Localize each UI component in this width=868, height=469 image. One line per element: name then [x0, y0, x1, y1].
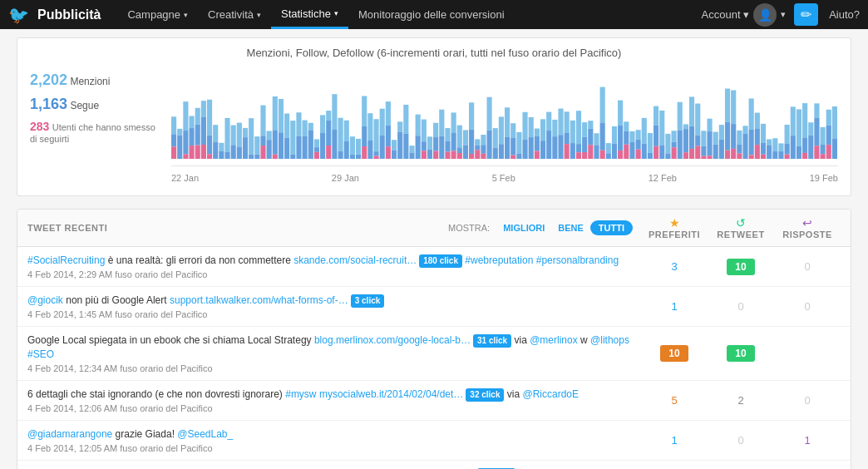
svg-rect-134 — [505, 137, 510, 159]
svg-rect-202 — [672, 147, 677, 159]
svg-rect-152 — [552, 136, 557, 159]
svg-rect-119 — [469, 130, 474, 154]
filter-tutti[interactable]: TUTTI — [590, 220, 633, 235]
svg-rect-95 — [416, 115, 421, 136]
nav-conversioni[interactable]: Monitoraggio delle conversioni — [348, 0, 515, 29]
svg-rect-168 — [588, 145, 593, 159]
svg-rect-110 — [451, 112, 456, 132]
svg-rect-260 — [808, 122, 813, 136]
svg-rect-220 — [713, 132, 718, 145]
tweet-content: @giadamarangone grazie Giada! @SeedLab_ … — [27, 427, 641, 453]
svg-rect-108 — [445, 141, 450, 152]
retweet-icon: ↺ — [736, 216, 746, 230]
svg-rect-213 — [695, 146, 700, 159]
nav-statistiche[interactable]: Statistiche ▾ — [271, 0, 348, 29]
svg-rect-26 — [231, 126, 236, 146]
svg-rect-54 — [308, 123, 313, 131]
tweet-content: 6 dettagli che stai ignorando (e che non… — [27, 388, 641, 413]
col-header-risposte: ↩ RISPOSTE — [774, 216, 841, 239]
svg-rect-92 — [403, 134, 408, 159]
show-label: MOSTRA: — [448, 223, 490, 233]
stat-rt: 0 — [737, 300, 743, 313]
svg-rect-265 — [821, 127, 826, 145]
svg-rect-47 — [284, 138, 289, 159]
svg-rect-40 — [267, 140, 272, 159]
svg-rect-20 — [213, 125, 218, 141]
svg-rect-101 — [427, 150, 432, 159]
stat-cell-rt: 2 — [708, 394, 774, 407]
filter-migliori[interactable]: MIGLIORI — [496, 220, 551, 235]
tweet-meta: 4 Feb 2014, 2:29 AM fuso orario del Paci… — [27, 269, 641, 279]
svg-rect-191 — [648, 133, 653, 153]
svg-rect-167 — [588, 129, 593, 146]
svg-rect-253 — [791, 106, 796, 136]
svg-rect-229 — [731, 149, 736, 159]
avatar[interactable]: 👤 — [753, 3, 777, 27]
top-navigation: 🐦 Pubblicità Campagne ▾ Creatività ▾ Sta… — [0, 0, 868, 29]
edit-button[interactable]: ✏ — [794, 3, 818, 26]
svg-rect-177 — [612, 144, 617, 159]
svg-rect-15 — [201, 117, 206, 145]
table-section: TWEET RECENTI MOSTRA: MIGLIORI BENE TUTT… — [17, 209, 851, 469]
svg-rect-99 — [422, 151, 427, 159]
stat-rt: 0 — [737, 434, 743, 447]
stat-cell-fav: 3 — [641, 260, 708, 273]
svg-rect-154 — [558, 135, 563, 159]
svg-rect-193 — [653, 106, 658, 126]
tweet-text: #SocialRecruiting è una realtà: gli erro… — [27, 254, 641, 268]
svg-rect-73 — [356, 155, 361, 159]
legend-segue: 1,163 Segue — [30, 96, 163, 113]
svg-rect-259 — [802, 153, 807, 159]
svg-rect-247 — [772, 151, 777, 159]
stat-reply: 1 — [804, 434, 810, 447]
svg-rect-160 — [576, 111, 581, 144]
nav-campagne[interactable]: Campagne ▾ — [117, 0, 198, 29]
nav-right: Account ▾ 👤 ▾ ✏ Aiuto? — [702, 3, 860, 27]
svg-rect-209 — [689, 126, 694, 149]
svg-rect-184 — [629, 131, 634, 142]
svg-rect-240 — [755, 145, 760, 159]
svg-rect-166 — [588, 121, 593, 129]
svg-rect-107 — [445, 128, 450, 141]
svg-rect-246 — [772, 138, 777, 151]
stat-cell-fav: 1 — [641, 300, 708, 313]
svg-rect-59 — [320, 115, 325, 132]
svg-rect-12 — [195, 125, 200, 146]
svg-rect-234 — [742, 134, 747, 159]
svg-rect-82 — [380, 109, 385, 136]
svg-rect-159 — [570, 143, 575, 159]
svg-rect-45 — [279, 132, 284, 159]
svg-rect-195 — [653, 146, 658, 159]
svg-rect-77 — [367, 113, 372, 141]
stat-cell-fav: 1 — [641, 434, 708, 447]
brand-name: Pubblicità — [37, 7, 101, 22]
svg-rect-182 — [624, 131, 629, 145]
svg-rect-270 — [826, 145, 831, 159]
svg-rect-272 — [832, 138, 837, 159]
filter-bene[interactable]: BENE — [551, 220, 590, 235]
svg-rect-250 — [785, 125, 790, 144]
svg-rect-268 — [826, 110, 831, 126]
svg-rect-10 — [189, 146, 194, 159]
svg-rect-116 — [463, 130, 468, 145]
creativita-caret-icon: ▾ — [257, 11, 261, 19]
svg-rect-89 — [397, 121, 402, 132]
nav-creativita[interactable]: Creatività ▾ — [198, 0, 271, 29]
tweet-text: @giocik non più di Google Alert support.… — [27, 294, 641, 308]
stat-cell-reply: 0 — [774, 260, 841, 273]
svg-rect-252 — [785, 155, 790, 159]
svg-rect-269 — [826, 126, 831, 145]
svg-rect-238 — [755, 113, 760, 129]
svg-rect-67 — [338, 151, 343, 159]
stat-cell-rt: 10 — [708, 259, 774, 275]
avatar-caret-icon[interactable]: ▾ — [781, 9, 786, 20]
svg-rect-248 — [778, 143, 783, 151]
account-menu[interactable]: Account ▾ — [702, 8, 750, 21]
svg-rect-142 — [529, 117, 534, 137]
svg-rect-232 — [737, 153, 742, 159]
svg-rect-237 — [749, 155, 754, 159]
svg-rect-64 — [332, 94, 337, 130]
help-link[interactable]: Aiuto? — [829, 8, 860, 21]
stat-rt: 2 — [737, 394, 743, 407]
svg-rect-158 — [570, 121, 575, 143]
